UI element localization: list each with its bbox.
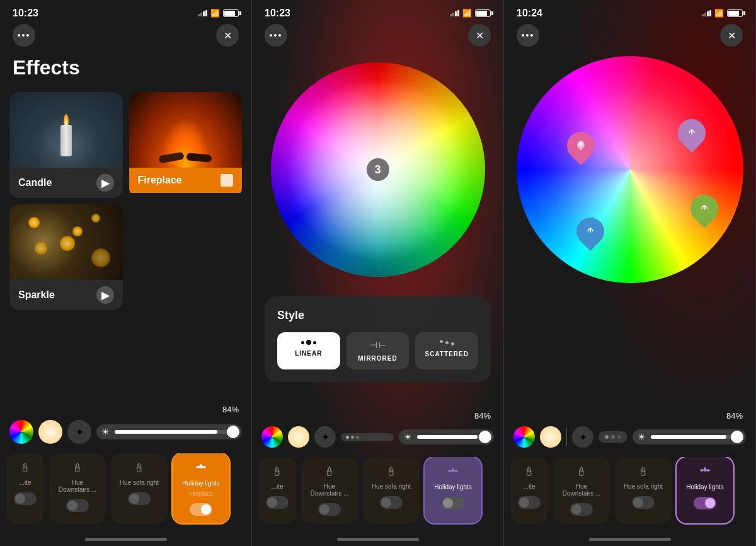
panel-color-wheel: 10:24 📶 ••• ✕: [504, 0, 756, 546]
device-toggle-holiday-1[interactable]: [190, 503, 212, 516]
svg-point-11: [707, 469, 709, 472]
device-card-3-sofa[interactable]: 🕯 Hue sofa right: [615, 457, 672, 523]
light-pin-lavender[interactable]: [678, 119, 706, 147]
sparkle-image: [9, 204, 123, 280]
play-icon-sparkle: ▶: [101, 289, 109, 301]
brightness-slider-1[interactable]: ☀: [96, 424, 242, 439]
color-wheel-button-3[interactable]: [513, 426, 535, 448]
brightness-pct-3: 84%: [726, 411, 743, 421]
brightness-slider-2[interactable]: ☀: [399, 429, 494, 444]
device-name-sofa: Hue sofa right: [120, 479, 159, 486]
device-toggle-downstairs[interactable]: [66, 499, 89, 512]
effect-card-fireplace[interactable]: Fireplace: [129, 92, 243, 198]
device-toggle-3-downstairs[interactable]: [570, 503, 593, 516]
menu-button-2[interactable]: •••: [265, 24, 287, 47]
device-toggle-cut[interactable]: [14, 492, 37, 505]
style-linear[interactable]: LINEAR: [277, 332, 340, 369]
color-wheel-button-2[interactable]: [261, 426, 283, 448]
brightness-thumb-2[interactable]: [479, 431, 491, 443]
device-card-3-cut[interactable]: 🕯 ...ite: [510, 457, 548, 523]
sparkle-icon-3: ✦: [579, 431, 587, 443]
brightness-label-section-1: 84%: [0, 397, 251, 420]
effect-card-candle[interactable]: Candle ▶: [9, 92, 123, 198]
candle-label-bar: Candle ▶: [9, 168, 123, 198]
device-card-3-holiday[interactable]: Holiday lights: [677, 457, 733, 523]
status-bar-1: 10:23 📶: [0, 0, 251, 24]
magic-button-1[interactable]: ✦: [67, 420, 91, 444]
light-pin-blue[interactable]: [576, 218, 604, 245]
style-mirrored[interactable]: ⊣ ⊢ MIRRORED: [346, 332, 410, 369]
close-icon-1: ✕: [224, 30, 232, 42]
holiday-lights-icon-3: [697, 465, 713, 480]
candle-play-button[interactable]: ▶: [96, 174, 114, 192]
fireplace-image: [129, 92, 243, 168]
svg-point-7: [455, 470, 457, 472]
effect-card-sparkle[interactable]: Sparkle ▶: [9, 204, 123, 310]
device-card-2-sofa[interactable]: 🕯 Hue sofa right: [363, 457, 420, 523]
brightness-fill-3: [651, 435, 726, 439]
dots-group-3: [598, 431, 627, 443]
sparkle-play-button[interactable]: ▶: [96, 286, 114, 304]
color-wheel-3[interactable]: [517, 56, 743, 283]
device-card-3-downstairs[interactable]: 🕯 HueDownstairs ...: [553, 457, 610, 523]
menu-button-3[interactable]: •••: [517, 24, 539, 47]
close-button-1[interactable]: ✕: [216, 24, 239, 47]
device-card-sofa[interactable]: 🕯 Hue sofa right: [111, 453, 168, 523]
device-toggle-3-cut[interactable]: [518, 496, 541, 509]
brightness-fill-2: [417, 435, 478, 439]
device-toggle-3-holiday[interactable]: [694, 497, 716, 509]
brightness-fill-1: [115, 430, 217, 434]
warm-color-button-1[interactable]: [38, 420, 62, 444]
close-button-3[interactable]: ✕: [720, 24, 743, 47]
device-card-2-holiday[interactable]: Holiday lights: [425, 457, 481, 523]
sun-icon-1: ☀: [101, 427, 110, 437]
wifi-icon-2: 📶: [462, 9, 472, 18]
device-card-1-cut[interactable]: 🕯 ...ite: [6, 453, 44, 523]
magic-button-3[interactable]: ✦: [572, 426, 593, 448]
color-wheel-container-2[interactable]: 3: [252, 56, 503, 283]
wheel-wrapper-3: [517, 56, 743, 283]
effects-grid: Candle ▶ Fireplace: [0, 92, 251, 310]
battery-icon-1: [223, 9, 239, 17]
color-wheel-button-1[interactable]: [9, 420, 33, 444]
wheel-wrapper-2: 3: [271, 62, 485, 277]
device-card-2-downstairs[interactable]: 🕯 HueDownstairs ...: [301, 457, 358, 523]
menu-button-1[interactable]: •••: [13, 24, 35, 47]
brightness-slider-3[interactable]: ☀: [633, 429, 746, 444]
device-name-cut: ...ite: [20, 479, 32, 486]
device-icon-3-downstairs: 🕯: [575, 465, 588, 479]
fireplace-stop-button[interactable]: [220, 174, 233, 187]
device-card-downstairs[interactable]: 🕯 HueDownstairs ...: [49, 453, 106, 523]
style-scattered[interactable]: SCATTERED: [415, 332, 478, 369]
close-icon-3: ✕: [728, 30, 736, 42]
device-toggle-3-sofa[interactable]: [632, 496, 655, 509]
light-pin-pink[interactable]: [567, 132, 595, 160]
brightness-thumb-1[interactable]: [227, 426, 239, 438]
brightness-thumb-3[interactable]: [731, 431, 743, 443]
device-card-holiday[interactable]: Holiday lights Fireplace: [173, 453, 229, 523]
bottom-section-3: 84% ✦ ☀ 🕯: [504, 404, 755, 546]
device-toggle-2-sofa[interactable]: [380, 496, 403, 509]
close-button-2[interactable]: ✕: [468, 24, 491, 47]
fireplace-name: Fireplace: [138, 175, 182, 186]
svg-point-5: [449, 470, 451, 472]
sun-icon-3: ☀: [638, 432, 646, 442]
color-wheel-area-3: [504, 56, 755, 283]
svg-point-6: [452, 470, 454, 472]
battery-icon-2: [475, 9, 491, 17]
status-bar-2: 10:23 📶: [252, 0, 503, 24]
warm-color-button-3[interactable]: [540, 426, 561, 448]
device-toggle-2-cut[interactable]: [266, 496, 289, 509]
device-card-2-cut[interactable]: 🕯 ...ite: [258, 457, 296, 523]
light-pin-green[interactable]: [690, 195, 718, 223]
magic-button-2[interactable]: ✦: [314, 426, 336, 448]
devices-row-2: 🕯 ...ite 🕯 HueDownstairs ... 🕯 Hue sofa …: [252, 457, 503, 533]
device-icon-2-downstairs: 🕯: [323, 465, 336, 479]
device-toggle-2-holiday[interactable]: [442, 497, 464, 509]
home-indicator-3: [589, 538, 671, 541]
warm-color-button-2[interactable]: [288, 426, 309, 448]
device-toggle-sofa[interactable]: [128, 492, 151, 505]
svg-point-2: [200, 466, 202, 468]
candle-name: Candle: [18, 177, 52, 189]
device-toggle-2-downstairs[interactable]: [318, 503, 341, 516]
